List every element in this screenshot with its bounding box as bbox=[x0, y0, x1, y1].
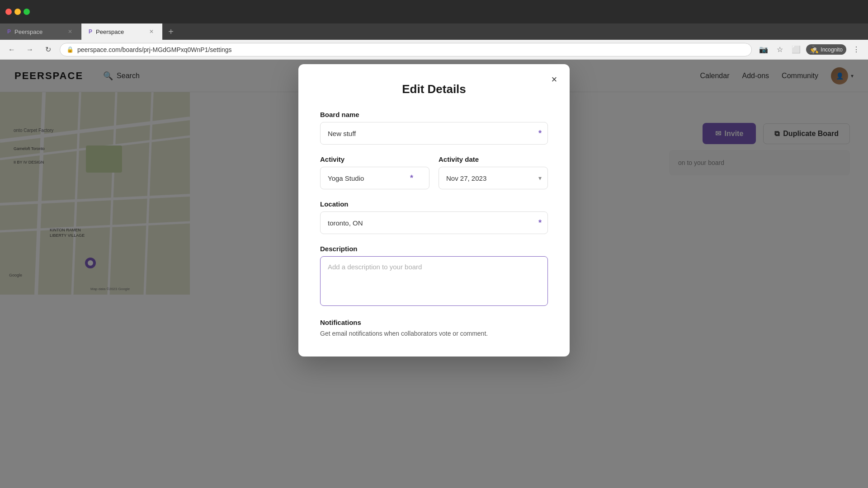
activity-required-indicator: * bbox=[410, 174, 413, 183]
browser-chrome bbox=[0, 0, 868, 23]
board-name-input[interactable] bbox=[320, 122, 548, 145]
menu-button[interactable]: ⋮ bbox=[850, 43, 863, 56]
tabs-bar: P Peerspace ✕ P Peerspace ✕ + bbox=[0, 23, 868, 40]
refresh-button[interactable]: ↻ bbox=[42, 43, 54, 56]
description-group: Description bbox=[320, 245, 548, 308]
back-button[interactable]: ← bbox=[5, 43, 18, 56]
star-icon[interactable]: ☆ bbox=[774, 43, 786, 56]
activity-date-select[interactable]: Nov 27, 2023 bbox=[439, 167, 548, 189]
browser-tab-1[interactable]: P Peerspace ✕ bbox=[0, 23, 81, 40]
window-controls bbox=[5, 9, 30, 15]
incognito-badge[interactable]: 🕵️ Incognito bbox=[806, 44, 846, 55]
activity-date-label: Activity date bbox=[439, 155, 548, 163]
activity-date-select-wrapper: Nov 27, 2023 ▾ bbox=[439, 167, 548, 189]
window-close-button[interactable] bbox=[5, 9, 12, 15]
activity-select-wrapper: Yoga Studio * bbox=[320, 167, 429, 189]
forward-button[interactable]: → bbox=[24, 43, 36, 56]
activity-label: Activity bbox=[320, 155, 429, 163]
board-name-group: Board name * bbox=[320, 111, 548, 145]
extension-icon[interactable]: ⬜ bbox=[790, 43, 802, 56]
location-input[interactable] bbox=[320, 211, 548, 234]
incognito-avatar-icon: 🕵️ bbox=[810, 45, 819, 54]
activity-group: Activity Yoga Studio * bbox=[320, 155, 429, 189]
address-bar[interactable]: 🔒 peerspace.com/boards/prj-MGdGMPxq0WnP1… bbox=[60, 43, 752, 56]
description-label: Description bbox=[320, 245, 548, 253]
notifications-title: Notifications bbox=[320, 319, 548, 326]
tab-1-favicon: P bbox=[7, 28, 11, 35]
tab-2-favicon: P bbox=[89, 28, 92, 35]
location-input-wrapper: * bbox=[320, 211, 548, 234]
browser-actions: 📷 ☆ ⬜ 🕵️ Incognito ⋮ bbox=[757, 43, 863, 56]
edit-details-modal: × Edit Details Board name * Activity Yog… bbox=[298, 64, 570, 357]
board-name-input-wrapper: * bbox=[320, 122, 548, 145]
location-label: Location bbox=[320, 200, 548, 208]
location-required-indicator: * bbox=[538, 218, 542, 228]
incognito-label: Incognito bbox=[821, 47, 843, 53]
notifications-section: Notifications Get email notifications wh… bbox=[320, 319, 548, 338]
tab-2-title: Peerspace bbox=[96, 28, 124, 35]
activity-date-group: Activity date Nov 27, 2023 ▾ bbox=[439, 155, 548, 189]
browser-tab-2[interactable]: P Peerspace ✕ bbox=[81, 23, 163, 40]
lock-icon: 🔒 bbox=[66, 46, 74, 53]
tab-2-close[interactable]: ✕ bbox=[148, 28, 155, 35]
window-maximize-button[interactable] bbox=[24, 9, 30, 15]
activity-row: Activity Yoga Studio * Activity date Nov… bbox=[320, 155, 548, 200]
address-text: peerspace.com/boards/prj-MGdGMPxq0WnP1/s… bbox=[77, 46, 745, 53]
modal-title: Edit Details bbox=[320, 82, 548, 96]
notifications-text: Get email notifications when collaborato… bbox=[320, 329, 548, 338]
modal-close-button[interactable]: × bbox=[547, 72, 561, 87]
tab-1-title: Peerspace bbox=[14, 28, 42, 35]
address-bar-row: ← → ↻ 🔒 peerspace.com/boards/prj-MGdGMPx… bbox=[0, 40, 868, 60]
board-name-required-indicator: * bbox=[538, 129, 542, 138]
board-name-label: Board name bbox=[320, 111, 548, 118]
site-wrapper: PEERSPACE 🔍 Search Calendar Add-ons Comm… bbox=[0, 60, 868, 488]
new-tab-button[interactable]: + bbox=[163, 23, 179, 40]
close-icon: × bbox=[552, 74, 557, 85]
tab-1-close[interactable]: ✕ bbox=[66, 28, 74, 35]
description-textarea[interactable] bbox=[320, 256, 548, 306]
window-minimize-button[interactable] bbox=[14, 9, 21, 15]
location-group: Location * bbox=[320, 200, 548, 234]
modal-overlay[interactable]: × Edit Details Board name * Activity Yog… bbox=[0, 60, 868, 488]
camera-icon[interactable]: 📷 bbox=[757, 43, 770, 56]
